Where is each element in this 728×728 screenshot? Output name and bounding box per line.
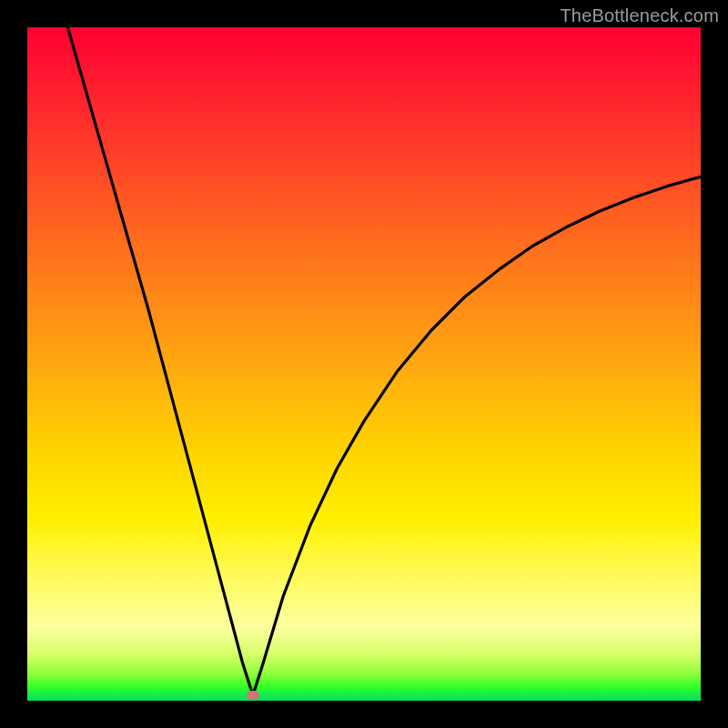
curve-layer [27,27,701,701]
bottleneck-curve [67,27,701,695]
plot-area [27,27,701,701]
chart-frame: TheBottleneck.com [0,0,728,728]
minimum-marker [247,691,259,700]
watermark-text: TheBottleneck.com [560,5,719,26]
